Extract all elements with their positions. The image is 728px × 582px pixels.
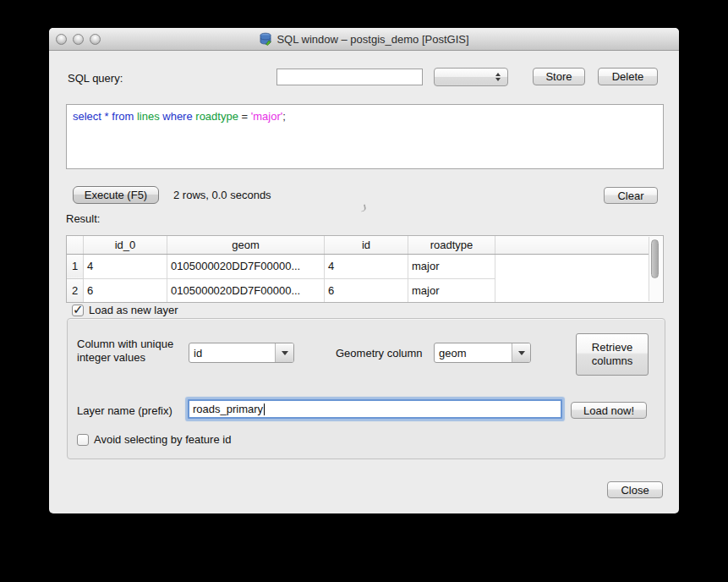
- sql-editor[interactable]: select * from lines where roadtype = 'ma…: [66, 104, 664, 169]
- close-window-button[interactable]: [56, 34, 67, 45]
- window-title-area: SQL window – postgis_demo [PostGIS]: [259, 32, 468, 46]
- retrieve-columns-label-line2: columns: [592, 354, 632, 368]
- unique-column-combobox[interactable]: id: [189, 343, 294, 363]
- store-button[interactable]: Store: [533, 68, 585, 85]
- load-options-groupbox: Column with unique integer values id Geo…: [67, 318, 665, 459]
- geometry-column-combobox[interactable]: geom: [434, 343, 531, 363]
- table-row[interactable]: 140105000020DD7F00000...4major: [67, 254, 652, 278]
- avoid-fid-row: Avoid selecting by feature id: [77, 433, 231, 446]
- retrieve-columns-button[interactable]: Retrieve columns: [576, 333, 649, 376]
- avoid-feature-id-label: Avoid selecting by feature id: [94, 433, 231, 446]
- minimize-window-button[interactable]: [73, 34, 84, 45]
- result-label: Result:: [66, 212, 100, 225]
- load-as-new-layer-checkbox[interactable]: [72, 305, 84, 316]
- row-number[interactable]: 1: [67, 254, 84, 278]
- text-caret: [264, 404, 265, 415]
- close-button[interactable]: Close: [607, 481, 663, 498]
- avoid-feature-id-checkbox[interactable]: [77, 434, 89, 446]
- row-number[interactable]: 2: [67, 278, 84, 303]
- column-header-roadtype[interactable]: roadtype: [408, 236, 495, 254]
- layer-name-label: Layer name (prefix): [77, 404, 172, 417]
- result-table-head-row: id_0geomidroadtype: [67, 236, 652, 254]
- unique-column-label-line1: Column with unique: [77, 338, 173, 350]
- table-row[interactable]: 260105000020DD7F00000...6major: [67, 278, 652, 303]
- column-header-id_0[interactable]: id_0: [84, 236, 167, 254]
- layer-name-input[interactable]: roads_primary: [188, 399, 562, 419]
- clear-button[interactable]: Clear: [604, 187, 658, 204]
- table-vertical-scrollbar[interactable]: [649, 237, 662, 301]
- geometry-column-dropdown-icon: [512, 343, 530, 362]
- table-cell-filler: [495, 278, 653, 303]
- table-cell[interactable]: 4: [84, 254, 167, 278]
- table-cell[interactable]: 6: [325, 278, 408, 303]
- title-bar[interactable]: SQL window – postgis_demo [PostGIS]: [49, 28, 679, 51]
- table-cell[interactable]: 0105000020DD7F00000...: [167, 254, 325, 278]
- geometry-column-label: Geometry column: [336, 347, 423, 360]
- load-as-new-layer-row: Load as new layer: [72, 304, 178, 316]
- sql-query-label: SQL query:: [68, 72, 123, 85]
- load-now-button[interactable]: Load now!: [571, 402, 647, 419]
- column-header-id[interactable]: id: [325, 236, 408, 254]
- query-name-input[interactable]: [276, 69, 423, 85]
- unique-column-label-line2: integer values: [77, 351, 145, 364]
- row-number-header[interactable]: [67, 236, 84, 254]
- window-title: SQL window – postgis_demo [PostGIS]: [276, 33, 468, 46]
- delete-button[interactable]: Delete: [598, 68, 658, 85]
- result-table-body: 140105000020DD7F00000...4major2601050000…: [67, 254, 652, 303]
- stepper-arrows-icon: [495, 73, 501, 81]
- table-cell[interactable]: major: [408, 254, 495, 278]
- unique-column-dropdown-icon: [275, 343, 293, 362]
- query-status-text: 2 rows, 0.0 seconds: [173, 189, 271, 201]
- stored-query-select[interactable]: [434, 68, 508, 86]
- result-table[interactable]: id_0geomidroadtype 140105000020DD7F00000…: [67, 236, 652, 303]
- zoom-window-button[interactable]: [90, 34, 101, 45]
- table-cell-filler: [495, 254, 653, 278]
- mouse-cursor: [359, 204, 367, 212]
- geometry-column-value: geom: [435, 343, 512, 362]
- traffic-lights: [56, 28, 101, 50]
- column-header-filler: [495, 236, 653, 254]
- table-cell[interactable]: 4: [325, 254, 408, 278]
- column-header-geom[interactable]: geom: [167, 236, 325, 254]
- sql-window: SQL window – postgis_demo [PostGIS] SQL …: [49, 28, 679, 513]
- unique-column-value: id: [189, 343, 275, 362]
- load-as-new-layer-label: Load as new layer: [89, 304, 178, 316]
- sql-editor-code: select * from lines where roadtype = 'ma…: [73, 110, 657, 123]
- retrieve-columns-label-line1: Retrieve: [592, 341, 632, 354]
- layer-name-value: roads_primary: [193, 403, 263, 415]
- execute-button[interactable]: Execute (F5): [73, 186, 159, 204]
- database-icon: [259, 32, 272, 46]
- table-cell[interactable]: 6: [84, 278, 167, 303]
- table-cell[interactable]: 0105000020DD7F00000...: [167, 278, 325, 303]
- result-table-wrap: id_0geomidroadtype 140105000020DD7F00000…: [66, 235, 664, 303]
- scrollbar-thumb[interactable]: [651, 239, 659, 278]
- table-cell[interactable]: major: [408, 278, 495, 303]
